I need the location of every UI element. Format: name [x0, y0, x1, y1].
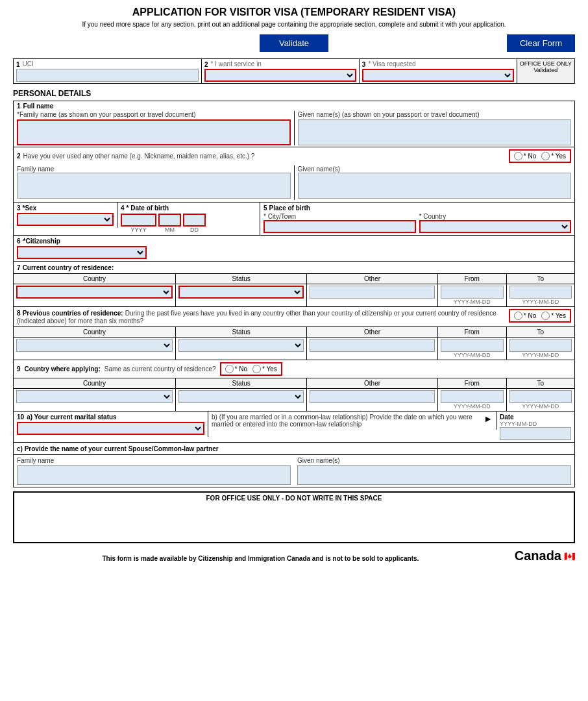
othername-yes-option[interactable]: * Yes	[541, 152, 566, 160]
prev-col-country: Country	[14, 327, 176, 337]
dob-day-input[interactable]	[183, 214, 206, 227]
applying-col-country: Country	[14, 378, 176, 388]
row6-num: 6	[17, 238, 21, 245]
prev-other-input[interactable]	[310, 339, 435, 352]
applying-from-hint: YYYY-MM-DD	[441, 403, 503, 410]
for-office-label: FOR OFFICE USE ONLY - DO NOT WRITE IN TH…	[16, 495, 572, 502]
prev-residence-no-radio[interactable]	[514, 312, 522, 320]
marital-status-select[interactable]: Single Married Common-law Divorced Widow…	[17, 422, 204, 435]
prev-country-cell	[14, 338, 176, 360]
marital-date-input[interactable]	[500, 427, 571, 440]
prev-col-from: From	[438, 327, 506, 337]
pob-inputs-row: * City/Town * Country	[263, 213, 571, 233]
current-status-select[interactable]	[178, 286, 304, 299]
othername-yes-radio[interactable]	[541, 152, 550, 160]
othername-no-option[interactable]: * No	[514, 152, 536, 160]
pob-country-label: * Country	[419, 213, 572, 220]
from-date-hint: YYYY-MM-DD	[441, 299, 503, 305]
clear-form-button[interactable]: Clear Form	[507, 34, 575, 52]
pob-country-select[interactable]	[419, 220, 572, 233]
office-use-footer: FOR OFFICE USE ONLY - DO NOT WRITE IN TH…	[13, 491, 575, 543]
dob-year-input[interactable]	[121, 214, 156, 227]
applying-other-cell	[307, 389, 438, 411]
prev-residence-no-option[interactable]: * No	[514, 312, 536, 320]
current-to-input[interactable]	[509, 286, 572, 299]
row8-num: 8	[17, 310, 21, 317]
service-label: * I want service in	[211, 60, 262, 68]
sex-cell: 3 *Sex Male Female	[14, 203, 117, 228]
given-names-input[interactable]	[298, 119, 572, 145]
applying-country-desc: Same as current country of residence?	[104, 365, 216, 373]
validate-button[interactable]: Validate	[260, 34, 328, 52]
spouse-given-input[interactable]	[297, 465, 571, 485]
fullname-cell: 1 Full name *Family name (as shown on yo…	[14, 101, 574, 147]
applying-yes-option[interactable]: * Yes	[252, 365, 277, 373]
current-residence-section: 7 Current country of residence: Country …	[14, 262, 574, 307]
prev-from-input[interactable]	[441, 339, 503, 352]
col-from-header: From	[438, 274, 506, 284]
row9-num: 9	[17, 365, 21, 373]
prev-to-input[interactable]	[509, 339, 572, 352]
applying-status-cell	[176, 389, 307, 411]
col-country-header: Country	[14, 274, 176, 284]
current-from-input[interactable]	[441, 286, 503, 299]
uci-input[interactable]	[16, 69, 199, 82]
applying-other-input[interactable]	[310, 390, 435, 403]
othername-row: 2 Have you ever used any other name (e.g…	[14, 147, 574, 203]
current-from-cell: YYYY-MM-DD	[438, 284, 506, 306]
pob-city-group: * City/Town	[263, 213, 416, 233]
applying-yes-radio[interactable]	[252, 365, 261, 373]
service-cell: 2 * I want service in	[202, 59, 360, 83]
othername-header: 2 Have you ever used any other name (e.g…	[17, 149, 571, 163]
prev-from-hint: YYYY-MM-DD	[441, 352, 503, 358]
row2-num: 2	[17, 153, 21, 160]
applying-no-option[interactable]: * No	[225, 365, 247, 373]
current-other-input[interactable]	[310, 286, 435, 299]
dob-inputs: YYYY MM DD	[121, 214, 256, 233]
prev-residence-yes-radio[interactable]	[541, 312, 550, 320]
family-name-label: *Family name (as shown on your passport …	[17, 111, 291, 118]
current-residence-label: Current country of residence:	[23, 264, 114, 271]
family-name-input[interactable]	[17, 119, 291, 145]
citizenship-select[interactable]	[17, 246, 147, 259]
row10-num: 10	[17, 413, 24, 421]
marital-a-label: a) Your current marital status	[27, 413, 117, 421]
applying-to-input[interactable]	[509, 390, 572, 403]
uci-label: UCI	[23, 60, 34, 68]
dob-month-input[interactable]	[158, 214, 181, 227]
fullname-label: Full name	[23, 103, 54, 110]
prev-country-select[interactable]	[16, 339, 173, 352]
applying-country-select[interactable]	[16, 390, 173, 403]
current-country-select[interactable]	[16, 286, 173, 299]
othername-given-input[interactable]	[298, 173, 572, 199]
prev-status-select[interactable]	[178, 339, 304, 352]
sex-label: *Sex	[23, 204, 37, 212]
pob-city-input[interactable]	[263, 220, 416, 233]
marital-b-label: b) (If you are married or in a common-la…	[212, 413, 481, 428]
othername-radio-group: * No * Yes	[509, 149, 571, 163]
service-select[interactable]	[204, 69, 356, 82]
othername-family-label: Family name	[17, 166, 291, 173]
othername-family-input[interactable]	[17, 173, 291, 199]
uci-num: 1	[16, 61, 20, 68]
othername-question: Have you ever used any other name (e.g. …	[23, 153, 255, 160]
col-status-header: Status	[176, 274, 307, 284]
applying-col-status: Status	[176, 378, 307, 388]
applying-status-select[interactable]	[178, 390, 304, 403]
dob-mm-label: MM	[158, 227, 181, 233]
current-country-cell	[14, 284, 176, 306]
col-other-header: Other	[307, 274, 438, 284]
prev-residence-yes-option[interactable]: * Yes	[541, 312, 566, 320]
applying-from-input[interactable]	[441, 390, 503, 403]
visa-select[interactable]	[362, 69, 514, 82]
othername-no-radio[interactable]	[514, 152, 522, 160]
spouse-section-label: c) Provide the name of your current Spou…	[17, 445, 219, 452]
othername-given-section: Given name(s)	[295, 166, 572, 200]
prev-residence-no-label: * No	[524, 312, 536, 319]
current-other-cell	[307, 284, 438, 306]
spouse-family-input[interactable]	[17, 465, 291, 485]
personal-details-section: 1 Full name *Family name (as shown on yo…	[13, 101, 575, 487]
city-label: * City/Town	[263, 213, 416, 220]
applying-no-radio[interactable]	[225, 365, 234, 373]
sex-select[interactable]: Male Female	[17, 213, 114, 226]
